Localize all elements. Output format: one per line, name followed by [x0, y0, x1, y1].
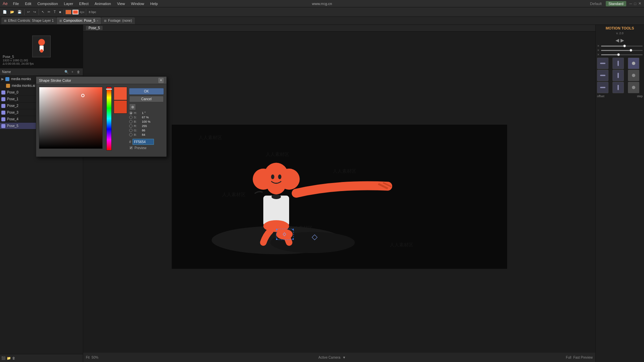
nav-left[interactable]: ◀: [615, 38, 619, 43]
gradient-crosshair: [81, 94, 85, 97]
tab-comp-close[interactable]: ×: [97, 19, 98, 22]
stroke-color[interactable]: [72, 10, 78, 14]
fast-preview-btn[interactable]: Fast Preview: [573, 356, 593, 359]
menu-view[interactable]: View: [114, 1, 128, 6]
color-dialog[interactable]: Shape Stroke Color ×: [36, 76, 167, 157]
radio-h[interactable]: [129, 111, 132, 115]
svg-rect-12: [276, 229, 277, 230]
motion-btn-tc[interactable]: [612, 58, 624, 69]
new-item-icon[interactable]: +: [70, 70, 75, 74]
layer-name-pose1: Pose_1: [7, 97, 18, 101]
app-logo: Ae: [3, 1, 8, 6]
view-options[interactable]: ▼: [342, 356, 346, 359]
motion-btn-bc[interactable]: [612, 82, 624, 93]
select-tool[interactable]: ↖: [40, 9, 46, 14]
b-label: B:: [134, 120, 141, 123]
slider-z-track[interactable]: [601, 54, 643, 55]
pen-tool[interactable]: ✏: [46, 9, 52, 14]
hue-strip[interactable]: [106, 87, 112, 150]
swatch-new: [114, 87, 127, 100]
maximize-btn[interactable]: □: [634, 2, 636, 6]
preview-swatches: [114, 87, 127, 154]
motion-btn-br[interactable]: [628, 82, 639, 93]
comp-canvas: 人人素材区 人人素材区 人人素材区 人人素材区 人人素材区 人人素材区: [172, 125, 507, 269]
open-btn[interactable]: 📂: [9, 9, 15, 14]
shape-tool[interactable]: ■: [58, 9, 62, 14]
radio-b2[interactable]: [129, 133, 132, 136]
workspace-standard[interactable]: Standard: [606, 1, 626, 6]
preview-area: Pose_5 644 x 362 (1.00) Δ 0:00:05:00, …: [0, 25, 83, 68]
tab-effect-controls[interactable]: ⊞ Effect Controls: Shape Layer 1: [1, 17, 56, 24]
radio-s[interactable]: [129, 116, 132, 119]
eyedropper-btn[interactable]: ⊕: [129, 104, 136, 110]
new-btn[interactable]: 📄: [1, 9, 8, 14]
footer-icon3[interactable]: 🗑: [12, 356, 15, 360]
menu-edit[interactable]: Edit: [22, 1, 34, 6]
redo-btn[interactable]: ↪: [32, 9, 37, 14]
project-panel-footer: ⬛ 📁 🗑: [0, 354, 83, 362]
radio-b[interactable]: [129, 120, 132, 123]
gradient-box[interactable]: [39, 87, 103, 149]
search-icon[interactable]: 🔍: [64, 70, 69, 74]
motion-btn-ml[interactable]: [597, 70, 608, 81]
slider-z-thumb[interactable]: [617, 53, 620, 56]
slider-x-thumb[interactable]: [623, 45, 626, 47]
resolution-btn[interactable]: Full: [566, 356, 571, 359]
svg-point-21: [271, 175, 274, 179]
slider-x-icon: ✕: [597, 44, 600, 48]
g-value: 86: [142, 129, 145, 132]
preview-checkbox[interactable]: [129, 146, 133, 150]
fill-color[interactable]: [65, 10, 71, 14]
layer-color-pose4: [1, 117, 5, 121]
hex-input[interactable]: [132, 139, 154, 145]
panel-tabs: ⊞ Effect Controls: Shape Layer 1 ⊞ Compo…: [0, 17, 644, 25]
workspace-default[interactable]: Default: [587, 1, 604, 6]
menu-effect[interactable]: Effect: [76, 1, 91, 6]
menu-animation[interactable]: Animation: [92, 1, 114, 6]
slider-y-track[interactable]: [601, 50, 643, 51]
slider-x-track[interactable]: [601, 46, 643, 47]
close-btn[interactable]: ✕: [638, 1, 641, 6]
menu-help[interactable]: Help: [148, 1, 161, 6]
delete-icon[interactable]: 🗑: [76, 70, 81, 74]
motion-btn-tl[interactable]: [597, 58, 608, 69]
layer-name-pose2: Pose_2: [7, 104, 18, 108]
undo-btn[interactable]: ↩: [26, 9, 31, 14]
slider-z-icon: ✕: [597, 53, 600, 56]
svg-rect-24: [618, 61, 619, 66]
cancel-btn[interactable]: Cancel: [129, 96, 164, 102]
right-panel: MOTION TOOLS v. 2.0 ◀ ▶ ✕ ✕ ✕: [595, 25, 644, 362]
menu-layer[interactable]: Layer: [61, 1, 76, 6]
svg-rect-30: [618, 85, 619, 90]
ok-btn[interactable]: OK: [129, 88, 164, 95]
svg-rect-26: [600, 75, 605, 76]
radio-g[interactable]: [129, 129, 132, 132]
preview-info: Pose_5 644 x 362 (1.00) Δ 0:00:05:00, …: [3, 55, 34, 65]
fit-btn[interactable]: Fit: [86, 356, 90, 359]
save-btn[interactable]: 💾: [16, 9, 23, 14]
layer-color-pose1: [1, 97, 5, 101]
slider-y-thumb[interactable]: [630, 49, 632, 52]
slider-row-2: ✕: [597, 49, 643, 52]
text-tool[interactable]: T: [52, 9, 57, 14]
menu-composition[interactable]: Composition: [35, 1, 60, 6]
motion-btn-mr[interactable]: [628, 70, 639, 81]
motion-btn-bl[interactable]: [597, 82, 608, 93]
layer-color-pose2: [1, 104, 5, 108]
radio-r[interactable]: [129, 124, 132, 128]
nav-right[interactable]: ▶: [621, 38, 624, 43]
tab-footage[interactable]: ⊞ Footage: (none): [101, 17, 135, 24]
dialog-titlebar[interactable]: Shape Stroke Color ×: [36, 77, 166, 84]
motion-btn-tr[interactable]: [628, 58, 639, 69]
svg-rect-15: [292, 239, 293, 240]
dialog-close-btn[interactable]: ×: [158, 78, 164, 83]
menu-window[interactable]: Window: [128, 1, 147, 6]
footer-icon2[interactable]: 📁: [7, 356, 11, 360]
minimize-btn[interactable]: ─: [630, 2, 632, 6]
motion-btn-mc[interactable]: [612, 70, 624, 81]
breadcrumb: Pose_5: [86, 26, 103, 30]
sep1: [24, 9, 24, 15]
menu-file[interactable]: File: [10, 1, 22, 6]
tab-composition[interactable]: ⊞ Composition: Pose_5 ×: [57, 17, 101, 24]
footer-icon1[interactable]: ⬛: [1, 356, 5, 360]
